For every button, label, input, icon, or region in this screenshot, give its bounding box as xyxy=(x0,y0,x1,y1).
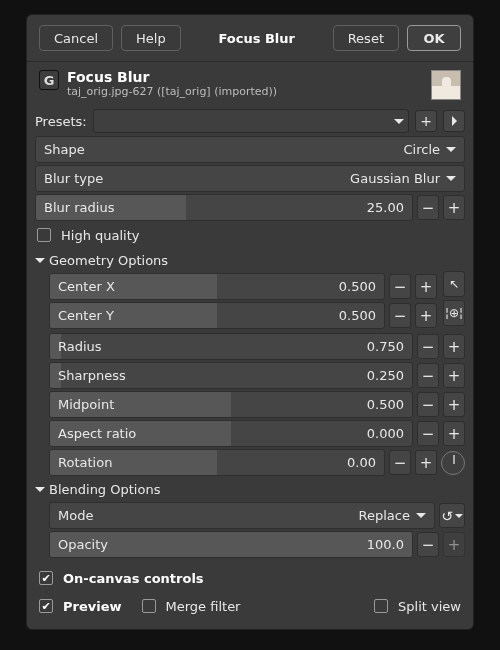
presets-row: Presets: + xyxy=(35,108,465,134)
center-y-label: Center Y xyxy=(58,308,114,323)
preview-checkbox[interactable] xyxy=(39,599,53,613)
ok-button[interactable]: OK xyxy=(407,25,461,51)
dialog-title: Focus Blur xyxy=(208,25,305,51)
center-y-field[interactable]: Center Y 0.500 xyxy=(49,302,385,329)
midpoint-label: Midpoint xyxy=(58,397,114,412)
chevron-down-icon xyxy=(394,119,404,124)
plus-icon: + xyxy=(420,113,432,129)
geometry-section-label: Geometry Options xyxy=(49,253,168,268)
split-view-checkbox[interactable] xyxy=(374,599,388,613)
midpoint-decrement[interactable]: − xyxy=(417,392,439,417)
blur-radius-value: 25.00 xyxy=(367,200,404,215)
target-icon: ¦⊕¦ xyxy=(445,306,463,320)
filter-title: Focus Blur xyxy=(67,70,423,85)
high-quality-label: High quality xyxy=(61,228,139,243)
chevron-down-icon xyxy=(455,514,463,518)
preset-menu-button[interactable] xyxy=(443,110,465,132)
triangle-right-icon xyxy=(452,116,457,126)
midpoint-field[interactable]: Midpoint 0.500 xyxy=(49,391,413,418)
header: G Focus Blur taj_orig.jpg-627 ([taj_orig… xyxy=(27,62,473,102)
blur-radius-label: Blur radius xyxy=(44,200,114,215)
opacity-label: Opacity xyxy=(58,537,108,552)
titlebar: Cancel Help Focus Blur Reset OK xyxy=(27,15,473,62)
midpoint-increment[interactable]: + xyxy=(443,392,465,417)
mode-dropdown[interactable]: Mode Replace xyxy=(49,502,435,529)
high-quality-checkbox[interactable] xyxy=(37,228,51,242)
aspect-decrement[interactable]: − xyxy=(417,421,439,446)
opacity-value: 100.0 xyxy=(367,537,404,552)
sharpness-decrement[interactable]: − xyxy=(417,363,439,388)
center-y-increment[interactable]: + xyxy=(415,303,437,328)
radius-value: 0.750 xyxy=(367,339,404,354)
center-x-decrement[interactable]: − xyxy=(389,274,411,299)
opacity-field[interactable]: Opacity 100.0 xyxy=(49,531,413,558)
rotation-label: Rotation xyxy=(58,455,112,470)
aspect-label: Aspect ratio xyxy=(58,426,136,441)
rotation-decrement[interactable]: − xyxy=(389,450,411,475)
gimp-icon: G xyxy=(39,70,59,90)
sharpness-label: Sharpness xyxy=(58,368,126,383)
blur-type-dropdown[interactable]: Blur type Gaussian Blur xyxy=(35,165,465,192)
chevron-down-icon xyxy=(416,513,426,518)
chevron-down-icon xyxy=(446,147,456,152)
center-x-label: Center X xyxy=(58,279,115,294)
sharpness-increment[interactable]: + xyxy=(443,363,465,388)
radius-increment[interactable]: + xyxy=(443,334,465,359)
pick-point-button[interactable]: ↖ xyxy=(443,271,465,297)
cursor-icon: ↖ xyxy=(449,277,459,291)
blur-radius-decrement[interactable]: − xyxy=(417,195,439,220)
shape-label: Shape xyxy=(44,142,85,157)
split-view-label: Split view xyxy=(398,599,461,614)
center-y-value: 0.500 xyxy=(339,308,376,323)
expander-icon xyxy=(35,487,45,492)
blending-section-label: Blending Options xyxy=(49,482,160,497)
preview-label: Preview xyxy=(63,599,122,614)
target-drawable-label: taj_orig.jpg-627 ([taj_orig] (imported)) xyxy=(67,85,423,98)
rotation-field[interactable]: Rotation 0.00 xyxy=(49,449,385,476)
expander-icon xyxy=(35,258,45,263)
shape-dropdown[interactable]: Shape Circle xyxy=(35,136,465,163)
shape-value: Circle xyxy=(403,142,440,157)
radius-decrement[interactable]: − xyxy=(417,334,439,359)
blur-radius-field[interactable]: Blur radius 25.00 xyxy=(35,194,413,221)
help-button[interactable]: Help xyxy=(121,25,181,51)
blur-type-value: Gaussian Blur xyxy=(350,171,440,186)
mode-reset-button[interactable]: ↺ xyxy=(439,503,465,528)
presets-label: Presets: xyxy=(35,114,87,129)
sharpness-field[interactable]: Sharpness 0.250 xyxy=(49,362,413,389)
radius-field[interactable]: Radius 0.750 xyxy=(49,333,413,360)
on-canvas-label: On-canvas controls xyxy=(63,571,204,586)
merge-filter-checkbox[interactable] xyxy=(142,599,156,613)
opacity-increment[interactable]: + xyxy=(443,532,465,557)
midpoint-value: 0.500 xyxy=(367,397,404,412)
reset-button[interactable]: Reset xyxy=(333,25,399,51)
blur-type-label: Blur type xyxy=(44,171,103,186)
radius-label: Radius xyxy=(58,339,102,354)
aspect-field[interactable]: Aspect ratio 0.000 xyxy=(49,420,413,447)
center-x-increment[interactable]: + xyxy=(415,274,437,299)
rotation-value: 0.00 xyxy=(347,455,376,470)
rotation-dial[interactable] xyxy=(441,451,465,475)
sharpness-value: 0.250 xyxy=(367,368,404,383)
aspect-value: 0.000 xyxy=(367,426,404,441)
on-canvas-checkbox[interactable] xyxy=(39,571,53,585)
dialog-window: Cancel Help Focus Blur Reset OK G Focus … xyxy=(26,14,474,630)
preview-thumbnail xyxy=(431,70,461,100)
presets-dropdown[interactable] xyxy=(93,109,409,133)
geometry-section-toggle[interactable]: Geometry Options xyxy=(35,249,465,271)
center-y-decrement[interactable]: − xyxy=(389,303,411,328)
center-x-field[interactable]: Center X 0.500 xyxy=(49,273,385,300)
blur-radius-increment[interactable]: + xyxy=(443,195,465,220)
mode-value: Replace xyxy=(359,508,410,523)
mode-label: Mode xyxy=(58,508,93,523)
blending-section-toggle[interactable]: Blending Options xyxy=(35,478,465,500)
center-reset-button[interactable]: ¦⊕¦ xyxy=(443,300,465,326)
chevron-down-icon xyxy=(446,176,456,181)
aspect-increment[interactable]: + xyxy=(443,421,465,446)
rotation-increment[interactable]: + xyxy=(415,450,437,475)
merge-filter-label: Merge filter xyxy=(166,599,241,614)
opacity-decrement[interactable]: − xyxy=(417,532,439,557)
cancel-button[interactable]: Cancel xyxy=(39,25,113,51)
reset-icon: ↺ xyxy=(441,508,453,524)
preset-add-button[interactable]: + xyxy=(415,110,437,132)
